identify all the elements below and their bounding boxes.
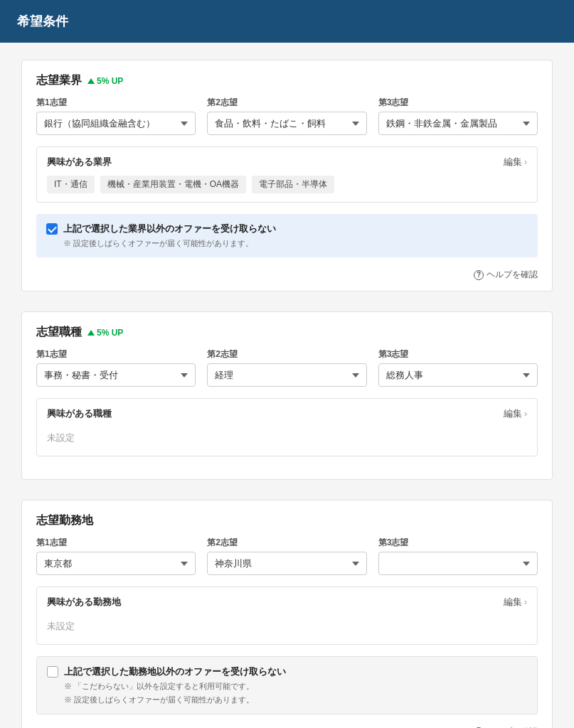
job-dropdowns-row: 第1志望 事務・秘書・受付 第2志望 経理 第3志望 総務人事	[22, 340, 552, 398]
location-interest-title: 興味がある勤務地	[47, 596, 121, 609]
location-third-group: 第3志望	[378, 537, 538, 575]
page-title: 希望条件	[17, 14, 68, 28]
industry-help-row: ? ヘルプを確認	[22, 269, 552, 291]
industry-checkbox-row: 上記で選択した業界以外のオファーを受け取らない	[46, 223, 528, 235]
job-arrow-up-icon	[87, 330, 95, 336]
location-second-select[interactable]: 神奈川県	[207, 552, 366, 575]
industry-section-header: 志望業界 5% UP	[22, 60, 552, 88]
industry-third-group: 第3志望 鉄鋼・非鉄金属・金属製品	[378, 97, 538, 135]
job-unset: 未設定	[47, 427, 527, 447]
location-third-select[interactable]	[378, 552, 538, 575]
job-third-select[interactable]: 総務人事	[378, 363, 538, 387]
industry-third-label: 第3志望	[378, 97, 538, 109]
job-second-group: 第2志望 経理	[207, 348, 366, 387]
location-interest-header: 興味がある勤務地 編集 ›	[47, 596, 527, 609]
industry-tag-2: 機械・産業用装置・電機・OA機器	[100, 176, 246, 193]
job-interest-title: 興味がある職種	[47, 407, 112, 420]
location-checkbox[interactable]	[47, 666, 58, 678]
location-title: 志望勤務地	[36, 513, 93, 528]
industry-tags-row: IT・通信 機械・産業用装置・電機・OA機器 電子部品・半導体	[47, 176, 527, 193]
industry-edit-chevron-icon: ›	[524, 157, 527, 167]
location-third-label: 第3志望	[378, 537, 538, 549]
location-section-header: 志望勤務地	[22, 500, 552, 528]
industry-section: 志望業界 5% UP 第1志望 銀行（協同組織金融含む） 第2志望 食品・飲料・…	[21, 60, 553, 291]
location-checkbox-note1: ※ 「こだわらない」以外を設定すると利用可能です。	[64, 681, 527, 692]
page-header: 希望条件	[0, 0, 574, 43]
industry-help-icon: ?	[474, 270, 484, 280]
industry-tag-3: 電子部品・半導体	[252, 176, 334, 193]
location-section: 志望勤務地 第1志望 東京都 第2志望 神奈川県 第3志望	[21, 500, 553, 728]
industry-checkbox-label: 上記で選択した業界以外のオファーを受け取らない	[63, 223, 276, 235]
job-first-label: 第1志望	[36, 348, 196, 360]
industry-edit-link[interactable]: 編集 ›	[504, 156, 527, 168]
industry-checkbox[interactable]	[46, 223, 58, 235]
arrow-up-icon	[87, 78, 95, 84]
industry-interest-header: 興味がある業界 編集 ›	[47, 156, 527, 168]
location-second-label: 第2志望	[207, 537, 366, 549]
industry-interest-box: 興味がある業界 編集 › IT・通信 機械・産業用装置・電機・OA機器 電子部品…	[36, 146, 538, 203]
job-third-group: 第3志望 総務人事	[378, 348, 538, 387]
location-checkbox-label: 上記で選択した勤務地以外のオファーを受け取らない	[64, 665, 286, 678]
location-checkbox-notice: 上記で選択した勤務地以外のオファーを受け取らない ※ 「こだわらない」以外を設定…	[36, 656, 538, 714]
industry-dropdowns-row: 第1志望 銀行（協同組織金融含む） 第2志望 食品・飲料・たばこ・飼料 第3志望…	[22, 88, 552, 146]
location-edit-chevron-icon: ›	[524, 597, 527, 607]
job-title: 志望職種	[36, 325, 82, 340]
location-first-group: 第1志望 東京都	[36, 537, 196, 575]
industry-second-label: 第2志望	[207, 97, 366, 109]
industry-first-group: 第1志望 銀行（協同組織金融含む）	[36, 97, 196, 135]
job-interest-header: 興味がある職種 編集 ›	[47, 407, 527, 420]
job-third-label: 第3志望	[378, 348, 538, 360]
location-unset: 未設定	[47, 616, 527, 636]
job-section-header: 志望職種 5% UP	[22, 312, 552, 340]
industry-checkbox-notice: 上記で選択した業界以外のオファーを受け取らない ※ 設定後しばらくオファーが届く…	[36, 214, 538, 257]
industry-help-label[interactable]: ヘルプを確認	[487, 269, 538, 281]
industry-interest-title: 興味がある業界	[47, 156, 112, 168]
location-checkbox-row: 上記で選択した勤務地以外のオファーを受け取らない	[47, 665, 527, 678]
job-interest-box: 興味がある職種 編集 › 未設定	[36, 398, 538, 456]
industry-second-select[interactable]: 食品・飲料・たばこ・飼料	[207, 112, 366, 135]
industry-second-group: 第2志望 食品・飲料・たばこ・飼料	[207, 97, 366, 135]
industry-title: 志望業界	[36, 73, 82, 88]
location-first-select[interactable]: 東京都	[36, 552, 196, 575]
industry-third-select[interactable]: 鉄鋼・非鉄金属・金属製品	[378, 112, 538, 135]
job-badge: 5% UP	[87, 328, 123, 338]
location-checkbox-note2: ※ 設定後しばらくオファーが届く可能性があります。	[64, 695, 527, 705]
location-interest-box: 興味がある勤務地 編集 › 未設定	[36, 587, 538, 645]
location-edit-link[interactable]: 編集 ›	[504, 596, 527, 609]
location-first-label: 第1志望	[36, 537, 196, 549]
industry-first-label: 第1志望	[36, 97, 196, 109]
job-first-select[interactable]: 事務・秘書・受付	[36, 363, 196, 387]
job-section: 志望職種 5% UP 第1志望 事務・秘書・受付 第2志望 経理 第3志望	[21, 311, 553, 480]
industry-tag-1: IT・通信	[47, 176, 95, 193]
job-edit-chevron-icon: ›	[524, 409, 527, 419]
job-edit-link[interactable]: 編集 ›	[504, 407, 527, 420]
industry-checkbox-note: ※ 設定後しばらくオファーが届く可能性があります。	[63, 238, 528, 249]
job-second-label: 第2志望	[207, 348, 366, 360]
industry-first-select[interactable]: 銀行（協同組織金融含む）	[36, 112, 196, 135]
location-second-group: 第2志望 神奈川県	[207, 537, 366, 575]
location-dropdowns-row: 第1志望 東京都 第2志望 神奈川県 第3志望	[22, 528, 552, 587]
job-first-group: 第1志望 事務・秘書・受付	[36, 348, 196, 387]
industry-badge: 5% UP	[87, 76, 123, 86]
job-second-select[interactable]: 経理	[207, 363, 366, 387]
